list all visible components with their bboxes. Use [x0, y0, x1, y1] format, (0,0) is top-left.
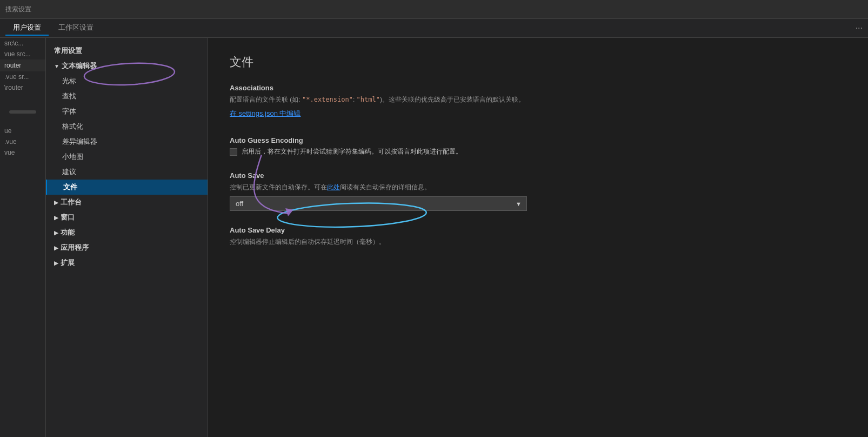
section-title: 文件: [230, 54, 846, 70]
auto-save-select-wrapper: off afterDelay onFocusChange onWindowCha…: [230, 196, 527, 211]
sidebar-item-cursor[interactable]: 光标: [46, 74, 208, 89]
file-item-2[interactable]: vue src...: [0, 49, 45, 59]
auto-guess-encoding-label: Auto Guess Encoding: [230, 136, 846, 144]
auto-guess-encoding-checkbox[interactable]: [230, 148, 237, 156]
sidebar-item-common[interactable]: 常用设置: [46, 43, 208, 58]
sidebar-item-extensions[interactable]: ▶ 扩展: [46, 255, 208, 270]
settings-content: 文件 Associations 配置语言的文件关联 (如: "*.extensi…: [208, 38, 868, 437]
associations-description: 配置语言的文件关联 (如: "*.extension": "html")。这些关…: [230, 95, 846, 104]
top-bar: 搜索设置: [0, 0, 868, 19]
code-extension: "*.extension": [302, 96, 353, 103]
setting-block-associations: Associations 配置语言的文件关联 (如: "*.extension"…: [230, 84, 846, 121]
file-item-4[interactable]: .vue sr...: [0, 71, 45, 82]
tab-user-settings[interactable]: 用户设置: [5, 21, 49, 36]
sidebar-item-files[interactable]: 文件: [46, 180, 208, 195]
associations-label: Associations: [230, 84, 846, 92]
auto-save-delay-description: 控制编辑器停止编辑后的自动保存延迟时间（毫秒）。: [230, 237, 846, 247]
collapse-arrow-app: ▶: [54, 245, 58, 251]
file-item-7[interactable]: .vue: [0, 136, 45, 147]
edit-json-link[interactable]: 在 settings.json 中编辑: [230, 109, 301, 118]
setting-block-auto-guess-encoding: Auto Guess Encoding 启用后，将在文件打开时尝试猜测字符集编码…: [230, 136, 846, 156]
settings-sidebar: 常用设置 ▼ 文本编辑器 光标 查找 字体 格式化 差异编辑器 小地图 建议 文…: [46, 38, 208, 437]
top-bar-path: 搜索设置: [5, 5, 31, 14]
file-item-5[interactable]: \router: [0, 82, 45, 93]
tab-more-button[interactable]: ···: [856, 23, 863, 33]
auto-guess-encoding-checkbox-row: 启用后，将在文件打开时尝试猜测字符集编码。可以按语言对此项进行配置。: [230, 147, 846, 156]
sidebar-item-diff-editor[interactable]: 差异编辑器: [46, 134, 208, 149]
auto-save-link[interactable]: 此处: [327, 183, 340, 191]
sidebar-item-find[interactable]: 查找: [46, 89, 208, 104]
sidebar-item-workbench[interactable]: ▶ 工作台: [46, 195, 208, 210]
sidebar-item-app[interactable]: ▶ 应用程序: [46, 240, 208, 255]
auto-save-delay-label: Auto Save Delay: [230, 226, 846, 234]
file-item-8[interactable]: vue: [0, 147, 45, 158]
collapse-arrow-extensions: ▶: [54, 260, 58, 266]
sidebar-item-format[interactable]: 格式化: [46, 119, 208, 134]
code-html: "html": [357, 96, 380, 103]
sidebar-item-minimap[interactable]: 小地图: [46, 149, 208, 164]
collapse-arrow-features: ▶: [54, 230, 58, 236]
file-item-1[interactable]: src\c...: [0, 38, 45, 49]
file-item-6[interactable]: ue: [0, 125, 45, 136]
sidebar-file: src\c... vue src... router .vue sr... \r…: [0, 38, 46, 437]
auto-save-label: Auto Save: [230, 171, 846, 180]
tab-strip: 用户设置 工作区设置 ···: [0, 19, 868, 38]
collapse-arrow-window: ▶: [54, 215, 58, 221]
collapse-arrow-text-editor: ▼: [54, 63, 59, 69]
sidebar-item-features[interactable]: ▶ 功能: [46, 225, 208, 240]
sidebar-item-window[interactable]: ▶ 窗口: [46, 210, 208, 225]
sidebar-item-font[interactable]: 字体: [46, 104, 208, 119]
setting-block-auto-save: Auto Save 控制已更新文件的自动保存。可在此处阅读有关自动保存的详细信息…: [230, 171, 846, 211]
auto-guess-encoding-description: 启用后，将在文件打开时尝试猜测字符集编码。可以按语言对此项进行配置。: [242, 147, 462, 156]
file-item-router[interactable]: router: [0, 59, 45, 71]
setting-block-auto-save-delay: Auto Save Delay 控制编辑器停止编辑后的自动保存延迟时间（毫秒）。: [230, 226, 846, 247]
tab-workspace-settings[interactable]: 工作区设置: [51, 21, 101, 36]
scrollbar-thumb: [9, 110, 36, 114]
sidebar-item-suggestions[interactable]: 建议: [46, 164, 208, 180]
sidebar-item-text-editor[interactable]: ▼ 文本编辑器: [46, 58, 208, 74]
auto-save-description: 控制已更新文件的自动保存。可在此处阅读有关自动保存的详细信息。: [230, 182, 846, 192]
auto-save-dropdown[interactable]: off afterDelay onFocusChange onWindowCha…: [230, 196, 527, 211]
main-layout: src\c... vue src... router .vue sr... \r…: [0, 38, 868, 437]
collapse-arrow-workbench: ▶: [54, 200, 58, 206]
